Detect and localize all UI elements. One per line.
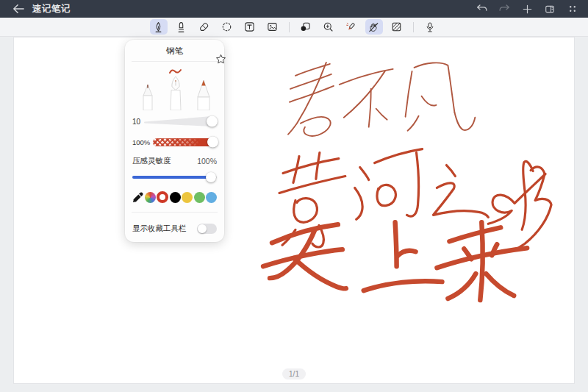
handwriting-line-1 [288,63,475,136]
redo-button[interactable] [496,2,512,15]
workspace: 1/1 钢笔 [0,37,588,392]
eyedropper-icon[interactable] [132,192,143,203]
page-indicator: 1/1 [282,368,306,379]
page-manager-button[interactable] [542,2,558,15]
back-button[interactable] [10,2,26,15]
tool-crayon[interactable] [343,19,360,35]
panel-divider [132,212,218,213]
swatch-red-selected[interactable] [157,191,168,203]
eraser-icon [198,21,209,32]
shapes-icon [300,21,311,32]
stroke-size-value: 10 [132,118,144,126]
swatch-yellow[interactable] [182,192,193,203]
redo-icon [498,4,511,14]
opacity-slider-knob[interactable] [207,137,218,148]
drawing-toolbar [0,18,588,37]
marker-pen-icon [176,21,187,33]
palm-rejection-hand-icon [368,21,379,33]
pressure-row: 压感灵敏度 100% [125,156,224,166]
magnifier-plus-icon [323,21,334,32]
tool-voice-record[interactable] [421,19,439,35]
handwriting-line-2 [279,149,551,251]
tool-insert-image[interactable] [264,19,282,35]
image-icon [267,21,278,32]
plus-icon [522,4,533,15]
tool-lasso-select[interactable] [218,19,236,35]
fountain-pen-icon [153,21,164,33]
favorites-toggle-switch[interactable] [197,224,217,234]
favorites-toggle-row: 显示收藏工具栏 [125,218,224,239]
pen-type-selector [132,63,217,110]
more-options-button[interactable] [564,2,581,15]
note-page-canvas[interactable]: 1/1 [13,37,575,384]
handwriting-ink [14,38,574,384]
tool-magnifier[interactable] [320,19,337,35]
undo-icon [476,4,488,14]
opacity-slider[interactable] [153,135,217,149]
tool-eraser[interactable] [196,19,213,35]
text-icon [244,21,255,32]
tool-paper-style[interactable] [388,19,406,35]
opacity-row: 100% [125,134,224,150]
page-manager-icon [544,4,556,15]
titlebar: 速记笔记 [0,0,588,18]
tool-marker-pen[interactable] [173,19,190,35]
stroke-size-slider[interactable] [144,115,217,128]
favorites-toggle-label: 显示收藏工具栏 [132,224,187,234]
swatch-blue[interactable] [206,192,217,203]
pen-type-ballpoint[interactable] [143,85,152,111]
undo-button[interactable] [473,2,490,15]
pressure-value: 100% [197,157,217,165]
tool-fountain-pen[interactable] [150,19,168,35]
tool-palm-rejection[interactable] [365,19,383,35]
paper-pattern-icon [391,21,402,32]
pen-type-fountain-selected[interactable] [170,70,181,110]
crayon-icon [345,21,356,32]
toolbar-separator [289,22,290,32]
toggle-knob [198,224,207,233]
pressure-slider-fill [132,176,211,179]
panel-divider [132,61,218,62]
opacity-value: 100% [132,138,153,146]
swatch-green[interactable] [194,192,205,203]
swatch-color-wheel[interactable] [145,192,156,203]
pen-settings-panel: 钢笔 [125,40,224,242]
pen-type-pencil[interactable] [198,80,209,110]
handwriting-line-3 [263,222,527,300]
pen-panel-title: 钢笔 [125,40,224,61]
size-slider-knob[interactable] [207,116,218,127]
pressure-slider-row [125,171,224,184]
lasso-icon [221,21,232,32]
toolbar-separator [413,22,414,32]
microphone-icon [425,21,435,33]
tool-text[interactable] [241,19,259,35]
pressure-slider[interactable] [132,176,217,179]
more-dots-icon [567,4,578,14]
pressure-label: 压感灵敏度 [132,156,171,166]
tool-shapes[interactable] [297,19,315,35]
pressure-slider-knob[interactable] [206,172,216,182]
back-arrow-icon [12,4,24,14]
color-swatch-row [125,189,224,205]
swatch-black[interactable] [170,192,181,203]
document-title: 速记笔记 [32,3,71,15]
add-page-button[interactable] [519,2,535,15]
stroke-size-row: 10 [125,113,224,129]
